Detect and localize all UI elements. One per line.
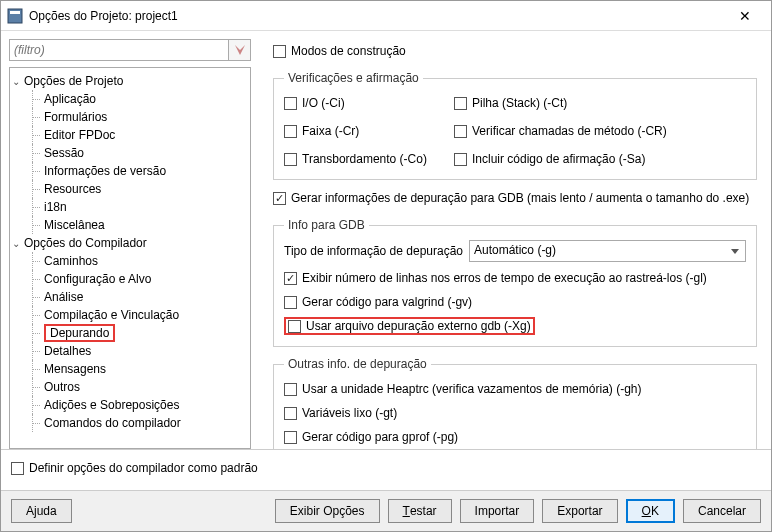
- gdb-generate-check[interactable]: Gerar informações de depuração para GDB …: [273, 188, 757, 208]
- other-debug-check[interactable]: Usar a unidade Heaptrc (verifica vazamen…: [284, 379, 746, 399]
- verification-check[interactable]: Transbordamento (-Co): [284, 149, 454, 169]
- tree-item[interactable]: Aplicação: [10, 90, 250, 108]
- chevron-down-icon: ⌄: [10, 238, 22, 249]
- export-button[interactable]: Exportar: [542, 499, 617, 523]
- show-options-button[interactable]: Exibir Opções: [275, 499, 380, 523]
- gdb-option-check[interactable]: Gerar código para valgrind (-gv): [284, 292, 746, 312]
- test-button[interactable]: Testar: [388, 499, 452, 523]
- tree-item[interactable]: Caminhos: [10, 252, 250, 270]
- filter-clear-button[interactable]: [229, 39, 251, 61]
- app-icon: [7, 8, 23, 24]
- button-bar: Ajuda Exibir Opções Testar Importar Expo…: [1, 490, 771, 531]
- tree-item[interactable]: Informações de versão: [10, 162, 250, 180]
- verification-check[interactable]: I/O (-Ci): [284, 93, 454, 113]
- tree-item[interactable]: Resources: [10, 180, 250, 198]
- gdb-info-legend: Info para GDB: [284, 218, 369, 232]
- cancel-button[interactable]: Cancelar: [683, 499, 761, 523]
- verification-check[interactable]: Pilha (Stack) (-Ct): [454, 93, 746, 113]
- svg-rect-1: [10, 11, 20, 14]
- import-button[interactable]: Importar: [460, 499, 535, 523]
- filter-input[interactable]: [9, 39, 229, 61]
- other-debug-group: Outras info. de depuração Usar a unidade…: [273, 357, 757, 449]
- tree-group-header[interactable]: ⌄Opções do Compilador: [10, 234, 250, 252]
- verification-check[interactable]: Incluir código de afirmação (-Sa): [454, 149, 746, 169]
- gdb-option-check[interactable]: Exibir número de linhas nos erros de tem…: [284, 268, 746, 288]
- tree-item[interactable]: Compilação e Vinculação: [10, 306, 250, 324]
- ok-button[interactable]: OK: [626, 499, 675, 523]
- titlebar: Opções do Projeto: project1 ✕: [1, 1, 771, 31]
- tree-item[interactable]: Configuração e Alvo: [10, 270, 250, 288]
- sidebar: ⌄Opções de ProjetoAplicaçãoFormuláriosEd…: [1, 31, 259, 449]
- debug-type-label: Tipo de informação de depuração: [284, 244, 463, 258]
- other-debug-check[interactable]: Gerar código para gprof (-pg): [284, 427, 746, 447]
- other-debug-check[interactable]: Variáveis lixo (-gt): [284, 403, 746, 423]
- chevron-down-icon: ⌄: [10, 76, 22, 87]
- gdb-option-check[interactable]: Usar arquivo depuração externo gdb (-Xg): [284, 316, 746, 336]
- tree-item[interactable]: Editor FPDoc: [10, 126, 250, 144]
- other-debug-legend: Outras info. de depuração: [284, 357, 431, 371]
- tree-item[interactable]: Sessão: [10, 144, 250, 162]
- tree-item[interactable]: Depurando: [10, 324, 250, 342]
- content-panel: Modos de construção Verificações e afirm…: [259, 31, 771, 449]
- verification-check[interactable]: Faixa (-Cr): [284, 121, 454, 141]
- tree-group-header[interactable]: ⌄Opções de Projeto: [10, 72, 250, 90]
- verification-check[interactable]: Verificar chamadas de método (-CR): [454, 121, 746, 141]
- help-button[interactable]: Ajuda: [11, 499, 72, 523]
- options-tree[interactable]: ⌄Opções de ProjetoAplicaçãoFormuláriosEd…: [9, 67, 251, 449]
- verifications-group: Verificações e afirmação I/O (-Ci)Pilha …: [273, 71, 757, 180]
- set-default-check[interactable]: Definir opções do compilador como padrão: [11, 458, 258, 478]
- bottom-options-row: Definir opções do compilador como padrão: [1, 449, 771, 490]
- window-title: Opções do Projeto: project1: [29, 9, 725, 23]
- tree-item[interactable]: Comandos do compilador: [10, 414, 250, 432]
- tree-item[interactable]: Detalhes: [10, 342, 250, 360]
- tree-item[interactable]: Miscelânea: [10, 216, 250, 234]
- debug-type-dropdown[interactable]: Automático (-g): [469, 240, 746, 262]
- verifications-legend: Verificações e afirmação: [284, 71, 423, 85]
- tree-item[interactable]: Adições e Sobreposições: [10, 396, 250, 414]
- tree-item[interactable]: Mensagens: [10, 360, 250, 378]
- close-button[interactable]: ✕: [725, 2, 765, 30]
- tree-item[interactable]: Outros: [10, 378, 250, 396]
- build-modes-check[interactable]: Modos de construção: [273, 41, 757, 61]
- tree-item[interactable]: Formulários: [10, 108, 250, 126]
- tree-item[interactable]: Análise: [10, 288, 250, 306]
- gdb-info-group: Info para GDB Tipo de informação de depu…: [273, 218, 757, 347]
- tree-item[interactable]: i18n: [10, 198, 250, 216]
